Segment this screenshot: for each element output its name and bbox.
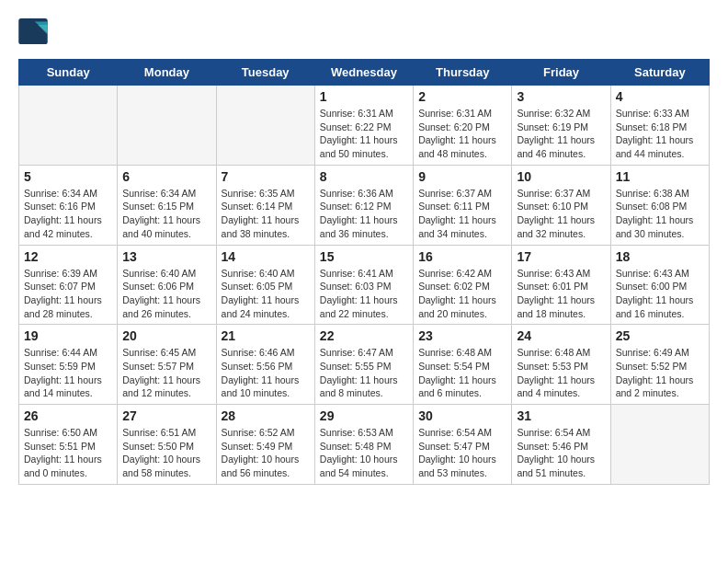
- day-number: 29: [320, 408, 408, 423]
- weekday-header-saturday: Saturday: [610, 60, 709, 86]
- week-row-3: 12Sunrise: 6:39 AM Sunset: 6:07 PM Dayli…: [19, 245, 710, 325]
- day-info: Sunrise: 6:37 AM Sunset: 6:11 PM Dayligh…: [418, 187, 506, 241]
- day-cell: 29Sunrise: 6:53 AM Sunset: 5:48 PM Dayli…: [314, 405, 413, 485]
- day-info: Sunrise: 6:42 AM Sunset: 6:02 PM Dayligh…: [418, 267, 506, 321]
- day-number: 7: [222, 169, 310, 184]
- day-info: Sunrise: 6:43 AM Sunset: 6:00 PM Dayligh…: [616, 267, 704, 321]
- day-info: Sunrise: 6:47 AM Sunset: 5:55 PM Dayligh…: [320, 346, 408, 400]
- day-info: Sunrise: 6:54 AM Sunset: 5:47 PM Dayligh…: [418, 426, 506, 480]
- day-cell: 12Sunrise: 6:39 AM Sunset: 6:07 PM Dayli…: [19, 245, 118, 325]
- day-number: 31: [517, 408, 605, 423]
- day-number: 16: [418, 249, 506, 264]
- day-number: 21: [222, 328, 310, 343]
- day-cell: [610, 405, 709, 485]
- day-cell: [216, 86, 314, 166]
- day-number: 8: [320, 169, 408, 184]
- day-cell: 25Sunrise: 6:49 AM Sunset: 5:52 PM Dayli…: [610, 325, 709, 405]
- weekday-header-tuesday: Tuesday: [216, 60, 314, 86]
- day-cell: 21Sunrise: 6:46 AM Sunset: 5:56 PM Dayli…: [216, 325, 314, 405]
- weekday-header-monday: Monday: [118, 60, 216, 86]
- day-cell: 30Sunrise: 6:54 AM Sunset: 5:47 PM Dayli…: [414, 405, 512, 485]
- day-number: 5: [24, 169, 112, 184]
- day-cell: 18Sunrise: 6:43 AM Sunset: 6:00 PM Dayli…: [610, 245, 709, 325]
- day-cell: 9Sunrise: 6:37 AM Sunset: 6:11 PM Daylig…: [414, 165, 512, 245]
- day-cell: 15Sunrise: 6:41 AM Sunset: 6:03 PM Dayli…: [314, 245, 413, 325]
- weekday-header-row: SundayMondayTuesdayWednesdayThursdayFrid…: [19, 60, 710, 86]
- day-info: Sunrise: 6:31 AM Sunset: 6:20 PM Dayligh…: [418, 107, 506, 161]
- day-cell: 2Sunrise: 6:31 AM Sunset: 6:20 PM Daylig…: [414, 86, 512, 166]
- day-info: Sunrise: 6:38 AM Sunset: 6:08 PM Dayligh…: [616, 187, 704, 241]
- day-number: 3: [517, 89, 605, 104]
- day-info: Sunrise: 6:48 AM Sunset: 5:53 PM Dayligh…: [517, 346, 605, 400]
- day-number: 17: [517, 249, 605, 264]
- day-number: 1: [320, 89, 408, 104]
- day-info: Sunrise: 6:35 AM Sunset: 6:14 PM Dayligh…: [222, 187, 310, 241]
- day-info: Sunrise: 6:50 AM Sunset: 5:51 PM Dayligh…: [24, 426, 112, 480]
- day-cell: 7Sunrise: 6:35 AM Sunset: 6:14 PM Daylig…: [216, 165, 314, 245]
- day-info: Sunrise: 6:43 AM Sunset: 6:01 PM Dayligh…: [517, 267, 605, 321]
- weekday-header-sunday: Sunday: [19, 60, 118, 86]
- day-number: 6: [122, 169, 210, 184]
- day-number: 23: [418, 328, 506, 343]
- day-number: 13: [122, 249, 210, 264]
- day-info: Sunrise: 6:32 AM Sunset: 6:19 PM Dayligh…: [517, 107, 605, 161]
- weekday-header-thursday: Thursday: [414, 60, 512, 86]
- day-cell: 3Sunrise: 6:32 AM Sunset: 6:19 PM Daylig…: [512, 86, 610, 166]
- day-number: 25: [616, 328, 704, 343]
- weekday-header-friday: Friday: [512, 60, 610, 86]
- day-cell: 28Sunrise: 6:52 AM Sunset: 5:49 PM Dayli…: [216, 405, 314, 485]
- logo: [18, 18, 51, 44]
- week-row-1: 1Sunrise: 6:31 AM Sunset: 6:22 PM Daylig…: [19, 86, 710, 166]
- day-number: 10: [517, 169, 605, 184]
- calendar: SundayMondayTuesdayWednesdayThursdayFrid…: [18, 59, 710, 485]
- day-number: 12: [24, 249, 112, 264]
- day-cell: 10Sunrise: 6:37 AM Sunset: 6:10 PM Dayli…: [512, 165, 610, 245]
- day-info: Sunrise: 6:51 AM Sunset: 5:50 PM Dayligh…: [122, 426, 210, 480]
- day-info: Sunrise: 6:33 AM Sunset: 6:18 PM Dayligh…: [616, 107, 704, 161]
- day-cell: [118, 86, 216, 166]
- day-info: Sunrise: 6:34 AM Sunset: 6:15 PM Dayligh…: [122, 187, 210, 241]
- day-info: Sunrise: 6:31 AM Sunset: 6:22 PM Dayligh…: [320, 107, 408, 161]
- day-number: 14: [222, 249, 310, 264]
- day-info: Sunrise: 6:39 AM Sunset: 6:07 PM Dayligh…: [24, 267, 112, 321]
- day-info: Sunrise: 6:44 AM Sunset: 5:59 PM Dayligh…: [24, 346, 112, 400]
- day-cell: 16Sunrise: 6:42 AM Sunset: 6:02 PM Dayli…: [414, 245, 512, 325]
- day-cell: 1Sunrise: 6:31 AM Sunset: 6:22 PM Daylig…: [314, 86, 413, 166]
- day-info: Sunrise: 6:53 AM Sunset: 5:48 PM Dayligh…: [320, 426, 408, 480]
- day-number: 22: [320, 328, 408, 343]
- day-number: 15: [320, 249, 408, 264]
- day-cell: 13Sunrise: 6:40 AM Sunset: 6:06 PM Dayli…: [118, 245, 216, 325]
- week-row-5: 26Sunrise: 6:50 AM Sunset: 5:51 PM Dayli…: [19, 405, 710, 485]
- day-cell: 27Sunrise: 6:51 AM Sunset: 5:50 PM Dayli…: [118, 405, 216, 485]
- day-cell: 11Sunrise: 6:38 AM Sunset: 6:08 PM Dayli…: [610, 165, 709, 245]
- day-info: Sunrise: 6:48 AM Sunset: 5:54 PM Dayligh…: [418, 346, 506, 400]
- day-cell: 22Sunrise: 6:47 AM Sunset: 5:55 PM Dayli…: [314, 325, 413, 405]
- day-cell: 8Sunrise: 6:36 AM Sunset: 6:12 PM Daylig…: [314, 165, 413, 245]
- day-info: Sunrise: 6:52 AM Sunset: 5:49 PM Dayligh…: [222, 426, 310, 480]
- day-number: 24: [517, 328, 605, 343]
- day-cell: 5Sunrise: 6:34 AM Sunset: 6:16 PM Daylig…: [19, 165, 118, 245]
- day-number: 2: [418, 89, 506, 104]
- day-cell: 23Sunrise: 6:48 AM Sunset: 5:54 PM Dayli…: [414, 325, 512, 405]
- weekday-header-wednesday: Wednesday: [314, 60, 413, 86]
- week-row-4: 19Sunrise: 6:44 AM Sunset: 5:59 PM Dayli…: [19, 325, 710, 405]
- day-cell: 31Sunrise: 6:54 AM Sunset: 5:46 PM Dayli…: [512, 405, 610, 485]
- day-cell: 6Sunrise: 6:34 AM Sunset: 6:15 PM Daylig…: [118, 165, 216, 245]
- day-cell: 26Sunrise: 6:50 AM Sunset: 5:51 PM Dayli…: [19, 405, 118, 485]
- day-cell: 17Sunrise: 6:43 AM Sunset: 6:01 PM Dayli…: [512, 245, 610, 325]
- day-cell: 4Sunrise: 6:33 AM Sunset: 6:18 PM Daylig…: [610, 86, 709, 166]
- day-number: 4: [616, 89, 704, 104]
- day-number: 11: [616, 169, 704, 184]
- day-cell: [19, 86, 118, 166]
- day-number: 18: [616, 249, 704, 264]
- day-number: 20: [122, 328, 210, 343]
- day-cell: 19Sunrise: 6:44 AM Sunset: 5:59 PM Dayli…: [19, 325, 118, 405]
- day-number: 30: [418, 408, 506, 423]
- day-number: 27: [122, 408, 210, 423]
- day-info: Sunrise: 6:34 AM Sunset: 6:16 PM Dayligh…: [24, 187, 112, 241]
- day-info: Sunrise: 6:45 AM Sunset: 5:57 PM Dayligh…: [122, 346, 210, 400]
- day-info: Sunrise: 6:37 AM Sunset: 6:10 PM Dayligh…: [517, 187, 605, 241]
- day-info: Sunrise: 6:49 AM Sunset: 5:52 PM Dayligh…: [616, 346, 704, 400]
- day-cell: 20Sunrise: 6:45 AM Sunset: 5:57 PM Dayli…: [118, 325, 216, 405]
- day-number: 26: [24, 408, 112, 423]
